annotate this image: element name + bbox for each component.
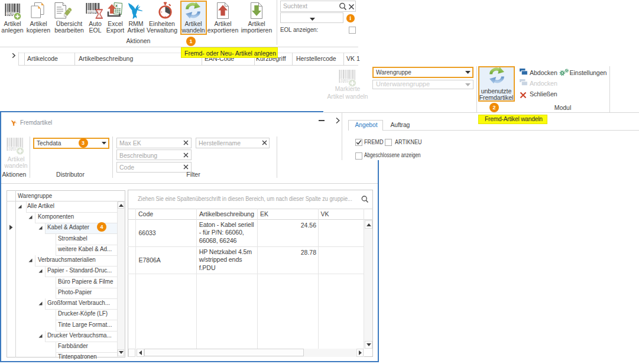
- svg-text:318012: 318012: [87, 11, 96, 14]
